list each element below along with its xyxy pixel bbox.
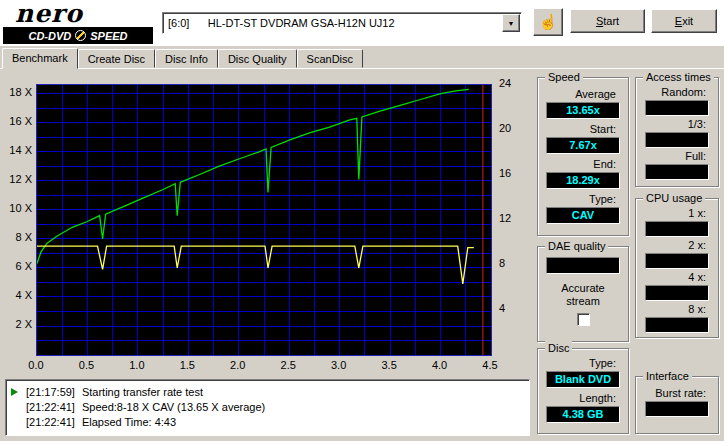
full-value bbox=[645, 164, 709, 180]
x-axis-labels: 0.00.51.01.52.02.53.03.54.04.5 bbox=[36, 359, 492, 372]
group-title: DAE quality bbox=[545, 239, 608, 253]
cpu-usage-group: CPU usage 1 x: 2 x: 4 x: 8 x: bbox=[635, 198, 719, 338]
group-title: CPU usage bbox=[643, 191, 705, 205]
axis-tick-label: 4 X bbox=[15, 289, 32, 301]
log-entry: [21:22:41] Speed:8-18 X CAV (13.65 X ave… bbox=[11, 399, 527, 414]
axis-tick-label: 2 X bbox=[15, 318, 32, 330]
log-timestamp: [21:17:59] bbox=[26, 386, 75, 398]
hand-tool-button[interactable]: ☝ bbox=[533, 8, 563, 36]
interface-group: Interface Burst rate: bbox=[635, 376, 719, 434]
header-bar: nero CD-DVD SPEED [6:0] HL-DT-ST DVDRAM … bbox=[0, 0, 724, 46]
random-value bbox=[645, 100, 709, 116]
one-third-value bbox=[645, 132, 709, 148]
disc-length-value: 4.38 GB bbox=[546, 406, 620, 423]
group-title: Disc bbox=[545, 341, 572, 355]
nero-logo-text: nero bbox=[3, 1, 153, 27]
start-label: Start: bbox=[538, 123, 628, 136]
axis-tick-label: 1.0 bbox=[126, 359, 148, 371]
log-timestamp: [21:22:41] bbox=[26, 416, 75, 428]
cpu-4x-value bbox=[645, 285, 709, 301]
axis-tick-label: 12 X bbox=[9, 173, 32, 185]
accurate-stream-label: Accurate stream bbox=[552, 282, 614, 308]
y-axis-left-labels: 18 X16 X14 X12 X10 X8 X6 X4 X2 X bbox=[2, 84, 34, 354]
drive-select[interactable]: [6:0] HL-DT-ST DVDRAM GSA-H12N UJ12 ▼ bbox=[162, 12, 522, 34]
disc-length-label: Length: bbox=[538, 392, 628, 405]
cpu-2x-value bbox=[645, 253, 709, 269]
logo-strip: CD-DVD SPEED bbox=[3, 27, 153, 44]
dae-quality-value bbox=[546, 257, 620, 274]
burst-rate-value bbox=[645, 401, 709, 417]
axis-tick-label: 0.5 bbox=[75, 359, 97, 371]
axis-tick-label: 8 X bbox=[15, 231, 32, 243]
axis-tick-label: 3.5 bbox=[378, 359, 400, 371]
random-label: Random: bbox=[636, 86, 718, 99]
chart-canvas bbox=[37, 85, 491, 355]
y-axis-right-labels: 2420161284 bbox=[496, 84, 522, 354]
axis-tick-label: 3.0 bbox=[328, 359, 350, 371]
group-title: Access times bbox=[643, 70, 714, 84]
log-entry: [21:22:41] Elapsed Time: 4:43 bbox=[11, 414, 527, 429]
end-value: 18.29x bbox=[546, 172, 620, 189]
tab-bar: Benchmark Create Disc Disc Info Disc Qua… bbox=[2, 47, 363, 68]
disc-type-value: Blank DVD bbox=[546, 371, 620, 388]
cpu-8x-label: 8 x: bbox=[636, 303, 718, 316]
end-label: End: bbox=[538, 158, 628, 171]
axis-tick-label: 4.0 bbox=[429, 359, 451, 371]
cpu-1x-label: 1 x: bbox=[636, 207, 718, 220]
nero-cd-dvd-speed-window: nero CD-DVD SPEED [6:0] HL-DT-ST DVDRAM … bbox=[0, 0, 724, 441]
axis-tick-label: 2.5 bbox=[277, 359, 299, 371]
log-entry: [21:17:59] Starting transfer rate test bbox=[11, 384, 527, 399]
log-icon-slot bbox=[11, 388, 26, 396]
log-timestamp: [21:22:41] bbox=[26, 401, 75, 413]
axis-tick-label: 10 X bbox=[9, 202, 32, 214]
nero-logo: nero CD-DVD SPEED bbox=[3, 1, 153, 45]
axis-tick-label: 4.5 bbox=[479, 359, 501, 371]
disc-group: Disc Type: Blank DVD Length: 4.38 GB bbox=[537, 348, 629, 434]
accurate-stream-checkbox[interactable] bbox=[577, 313, 590, 326]
tab-benchmark[interactable]: Benchmark bbox=[2, 48, 78, 69]
start-button[interactable]: Start bbox=[570, 9, 645, 33]
axis-tick-label: 0.0 bbox=[25, 359, 47, 371]
axis-tick-label: 20 bbox=[499, 122, 511, 134]
average-label: Average bbox=[538, 88, 628, 101]
axis-tick-label: 18 X bbox=[9, 86, 32, 98]
log-listbox[interactable]: [21:17:59] Starting transfer rate test [… bbox=[5, 379, 530, 436]
cpu-4x-label: 4 x: bbox=[636, 271, 718, 284]
axis-tick-label: 12 bbox=[499, 212, 511, 224]
type-value: CAV bbox=[546, 207, 620, 224]
axis-tick-label: 16 X bbox=[9, 115, 32, 127]
full-label: Full: bbox=[636, 150, 718, 163]
group-title: Interface bbox=[643, 369, 692, 383]
tab-create-disc[interactable]: Create Disc bbox=[78, 49, 155, 68]
tab-disc-info[interactable]: Disc Info bbox=[155, 49, 218, 68]
axis-tick-label: 1.5 bbox=[176, 359, 198, 371]
test-start-icon bbox=[11, 388, 18, 396]
axis-tick-label: 6 X bbox=[15, 260, 32, 272]
one-third-label: 1/3: bbox=[636, 118, 718, 131]
axis-tick-label: 8 bbox=[499, 257, 505, 269]
benchmark-chart bbox=[36, 84, 492, 356]
log-message: Speed:8-18 X CAV (13.65 X average) bbox=[82, 401, 265, 413]
burst-rate-label: Burst rate: bbox=[636, 387, 718, 400]
tab-scandisc[interactable]: ScanDisc bbox=[297, 49, 363, 68]
dae-quality-group: DAE quality Accurate stream bbox=[537, 246, 629, 342]
average-value: 13.65x bbox=[546, 102, 620, 119]
axis-tick-label: 14 X bbox=[9, 144, 32, 156]
cpu-1x-value bbox=[645, 221, 709, 237]
cpu-8x-value bbox=[645, 317, 709, 333]
group-title: Speed bbox=[545, 70, 583, 84]
logo-cd-dvd-text: CD-DVD bbox=[28, 30, 71, 42]
axis-tick-label: 16 bbox=[499, 167, 511, 179]
axis-tick-label: 4 bbox=[499, 302, 505, 314]
axis-tick-label: 2.0 bbox=[227, 359, 249, 371]
tab-disc-quality[interactable]: Disc Quality bbox=[218, 49, 297, 68]
dropdown-arrow-icon[interactable]: ▼ bbox=[502, 14, 520, 32]
type-label: Type: bbox=[538, 193, 628, 206]
hand-icon: ☝ bbox=[539, 13, 558, 30]
start-value: 7.67x bbox=[546, 137, 620, 154]
log-message: Elapsed Time: 4:43 bbox=[82, 416, 176, 428]
disc-type-label: Type: bbox=[538, 357, 628, 370]
log-message: Starting transfer rate test bbox=[82, 386, 203, 398]
exit-button[interactable]: Exit bbox=[651, 9, 717, 33]
axis-tick-label: 24 bbox=[499, 77, 511, 89]
